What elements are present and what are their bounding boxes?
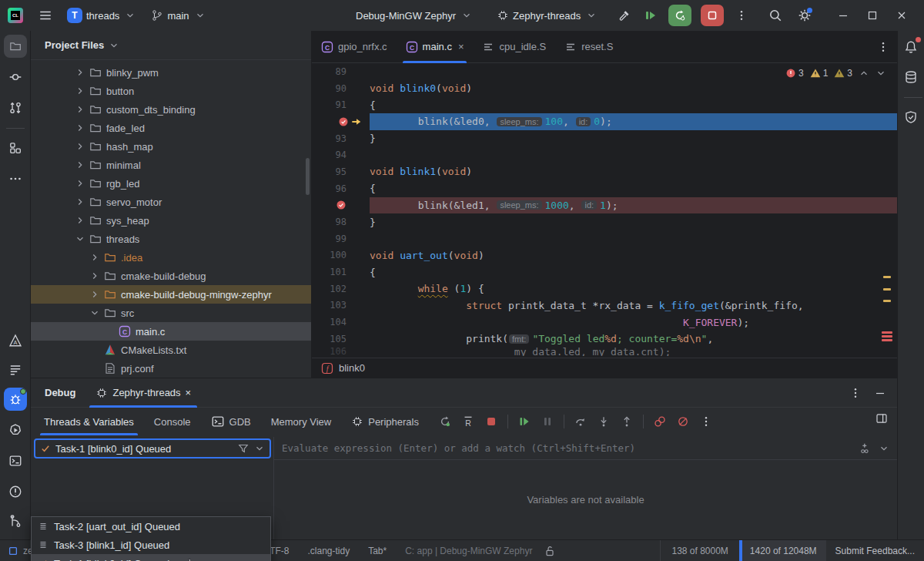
stripe-error-mark[interactable] [882,335,892,338]
tree-item[interactable]: Cmain.c [31,322,311,341]
close-tab-icon[interactable]: × [458,41,464,52]
stripe-error-mark[interactable] [882,331,892,334]
feedback-link[interactable]: Submit Feedback... [826,546,924,556]
tree-chevron[interactable] [74,160,86,170]
code-gutter[interactable]: 101 [312,267,370,277]
code-viewport[interactable]: 8990void blink0(void)91{ blink(&led0, sl… [312,63,897,358]
main-menu-button[interactable] [34,5,57,26]
debug-options-kebab-icon[interactable] [849,387,862,399]
thread-option[interactable]: Task-3 [blink1_id] Queued [32,536,270,554]
stop-button[interactable] [701,5,724,26]
code-gutter[interactable]: 106 [312,348,370,356]
tree-item[interactable]: hash_map [31,137,311,156]
next-problem-icon[interactable] [875,68,886,79]
heap-indicator[interactable]: 138 of 8000M [660,540,738,561]
resume-small-button[interactable] [514,412,534,432]
run-config-selector[interactable]: Debug-MinGW Zephyr [350,5,477,26]
clang-tidy-widget[interactable]: .clang-tidy [300,546,357,556]
project-panel-header[interactable]: Project Files [31,31,311,60]
more-tool-windows-button[interactable] [4,167,27,190]
code-gutter[interactable] [312,200,370,210]
tree-item[interactable]: cmake-build-debug [31,267,311,285]
rerun-debug-button[interactable] [668,5,691,26]
inspections-widget[interactable]: 3 1 3 [785,68,886,79]
editor-tab-main-c[interactable]: Cmain.c× [397,31,474,63]
resume-program-button[interactable] [639,5,662,26]
window-maximize-button[interactable] [861,5,884,26]
code-gutter[interactable]: 104 [312,317,370,328]
lock-open-icon[interactable] [544,545,556,557]
step-out-button[interactable] [617,412,637,432]
indent-style[interactable]: Tab* [361,546,393,556]
tree-chevron[interactable] [89,289,101,300]
editor-tab-cpu_idle-S[interactable]: cpu_idle.S [473,31,555,63]
layout-settings-icon[interactable] [875,412,888,425]
code-gutter[interactable]: 93 [312,133,370,144]
stripe-error-mark[interactable] [882,339,892,341]
tree-chevron[interactable] [74,123,86,133]
project-tool-button[interactable] [4,35,27,58]
build-button[interactable] [613,5,636,26]
database-tool-button[interactable] [899,66,922,89]
code-gutter[interactable]: 90 [312,83,370,94]
debug-tool-button[interactable] [4,388,27,411]
step-into-button[interactable] [594,412,614,432]
tree-item[interactable]: sys_heap [31,211,311,230]
step-over-button[interactable] [571,412,591,432]
tree-item[interactable]: servo_motor [31,193,311,211]
code-gutter[interactable]: 95 [312,166,370,177]
chevron-down-icon[interactable] [254,443,265,454]
chevron-down-icon[interactable] [879,443,889,454]
stop-red-button[interactable] [481,412,501,432]
structure-tool-button[interactable] [4,136,27,160]
code-gutter[interactable]: 99 [312,233,370,244]
debug-tab-gdb[interactable]: GDB [201,408,261,435]
tree-chevron[interactable] [74,104,86,115]
tree-chevron[interactable] [74,141,86,152]
add-watch-icon[interactable] [859,442,871,455]
editor-tab-reset-S[interactable]: reset.S [555,31,622,63]
debug-session-selector[interactable]: Zephyr-threads [491,5,602,26]
tab-options-kebab-icon[interactable] [877,41,889,53]
tree-item[interactable]: minimal [31,156,311,174]
debug-tab-threads-variables[interactable]: Threads & Variables [34,408,144,435]
tree-item[interactable]: custom_dts_binding [31,100,311,119]
stripe-warning-mark[interactable] [883,288,891,291]
settings-button[interactable] [793,5,816,26]
tree-chevron[interactable] [74,86,86,96]
tree-item[interactable]: src [31,304,311,322]
debug-session-tab[interactable]: Zephyr-threads × [88,378,199,408]
close-session-icon[interactable]: × [186,387,192,398]
tree-item[interactable]: CMakeLists.txt [31,341,311,359]
reset-button[interactable]: R [458,412,478,432]
tree-chevron[interactable] [74,215,86,226]
code-gutter[interactable]: 89 [312,66,370,77]
memory-indicator[interactable]: 1420 of 12048M [739,540,826,561]
more-actions-button[interactable] [730,5,753,26]
tree-chevron[interactable] [74,178,86,189]
project-widget[interactable]: T threads [62,5,141,26]
thread-selector-combo[interactable]: Task-1 [blink0_id] Queued [34,438,271,459]
mute-bps-button[interactable] [673,412,693,432]
tree-chevron[interactable] [74,197,86,207]
cmake-tool-button[interactable]: A [4,329,27,352]
kebab-button[interactable] [696,412,716,432]
code-gutter[interactable]: 98 [312,217,370,227]
tree-scrollbar[interactable] [306,158,310,195]
tree-item[interactable]: threads [31,230,311,248]
tree-chevron[interactable] [89,270,101,281]
view-bps-button[interactable] [650,412,670,432]
evaluate-expression-bar[interactable]: Evaluate expression (Enter) or add a wat… [274,437,897,460]
debug-tab-memory-view[interactable]: Memory View [261,408,342,435]
editor-tab-gpio_nrfx-c[interactable]: Cgpio_nrfx.c [312,31,397,63]
rerun-green-button[interactable] [435,412,455,432]
tree-item[interactable]: cmake-build-debug-mingw-zephyr [31,285,311,304]
debug-tab-peripherals[interactable]: Peripherals [341,408,429,435]
tree-chevron[interactable] [74,233,86,244]
resolve-context[interactable]: C: app | Debug-MinGW Zephyr [398,546,539,556]
pause-dim-button[interactable] [537,412,557,432]
filter-funnel-icon[interactable] [237,442,249,455]
code-gutter[interactable]: 102 [312,284,370,294]
code-gutter[interactable]: 96 [312,183,370,194]
tree-item[interactable]: blinky_pwm [31,63,311,82]
